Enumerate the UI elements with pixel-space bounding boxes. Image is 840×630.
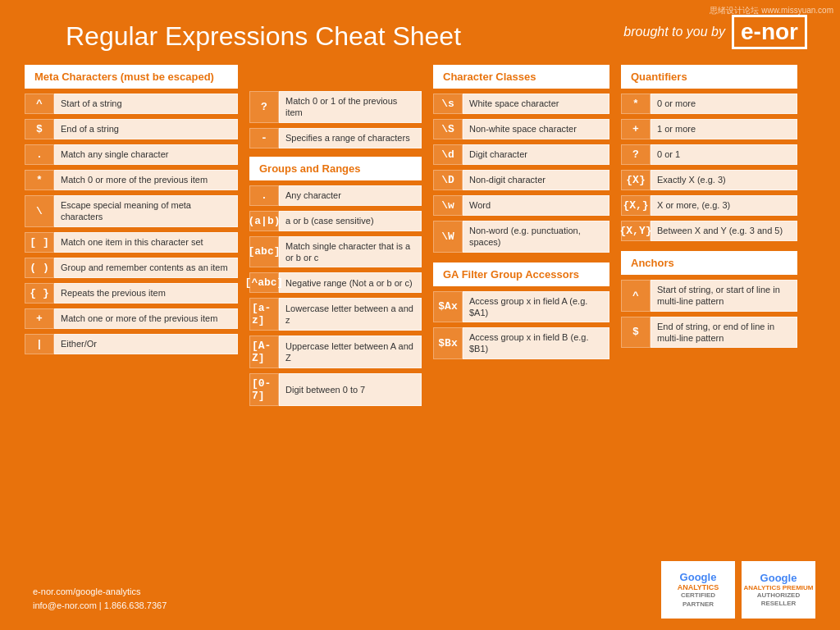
symbol: \W [433,221,463,253]
desc: Negative range (Not a or b or c) [279,272,422,293]
list-item: \W Non-word (e.g. punctuation, spaces) [433,221,609,253]
desc: Access group x in field A (e.g. $A1) [463,291,609,323]
anchors-header: Anchors [621,251,797,275]
desc: Access group x in field B (e.g. $B1) [463,327,609,359]
list-item: ^ Start of a string [25,94,238,114]
desc: a or b (case sensitive) [279,211,422,231]
list-item: \ Escape special meaning of meta charact… [25,195,238,227]
list-item: $ End of string, or end of line in multi… [621,317,797,349]
desc: Exactly X (e.g. 3) [651,170,797,190]
list-item: ? Match 0 or 1 of the previous item [249,91,422,123]
symbol: [^abc] [249,272,279,293]
list-item: * Match 0 or more of the previous item [25,170,238,190]
desc: Non-word (e.g. punctuation, spaces) [463,221,609,253]
groups-ranges-header: Groups and Ranges [249,157,422,180]
list-item: $ End of a string [25,119,238,139]
symbol: [ ] [25,232,54,253]
desc: Start of a string [54,94,238,114]
list-item: {X,} X or more, (e.g. 3) [621,195,797,216]
symbol: [A-Z] [249,336,279,368]
symbol: (a|b) [249,211,279,231]
list-item: [^abc] Negative range (Not a or b or c) [249,272,422,293]
list-item: (a|b) a or b (case sensitive) [249,211,422,231]
desc: Digit between 0 to 7 [279,373,422,406]
desc: Match single character that is a or b or… [279,236,422,268]
symbol: $Ax [433,291,463,323]
desc: Start of string, or start of line in mul… [651,280,797,312]
symbol: { } [25,283,54,304]
desc: Any character [279,185,422,206]
symbol: ? [249,91,279,123]
authorized-reseller-text: AUTHORIZEDRESELLER [757,591,800,609]
footer-line2: info@e-nor.com | 1.866.638.7367 [33,599,167,614]
list-item: . Match any single character [25,144,238,165]
list-item: $Bx Access group x in field B (e.g. $B1) [433,327,609,359]
list-item: | Either/Or [25,334,238,354]
desc: 0 or more [651,94,797,114]
symbol: ^ [25,94,54,114]
analytics-text: ANALYTICS [678,583,719,591]
analytics-premium-text: ANALYTICS PREMIUM [743,584,813,591]
meta-characters-header: Meta Characters (must be escaped) [25,65,238,89]
desc: Match 0 or more of the previous item [54,170,238,190]
desc: Digit character [463,144,609,165]
symbol: $ [25,119,54,139]
symbol: [a-z] [249,298,279,331]
list-item: + Match one or more of the previous item [25,308,238,329]
symbol: \S [433,119,463,139]
google-analytics-premium-logo: Google ANALYTICS PREMIUM AUTHORIZEDRESEL… [742,561,815,619]
desc: Specifies a range of characters [279,128,422,148]
symbol: ^ [621,280,651,312]
footer-line1: e-nor.com/google-analytics [33,585,167,600]
symbol: | [25,334,54,354]
ga-filter-header: GA Filter Group Accessors [433,262,609,286]
list-item: [ ] Match one item in this character set [25,232,238,253]
list-item: \w Word [433,195,609,216]
desc: White space character [463,94,609,114]
list-item: ^ Start of string, or start of line in m… [621,280,797,312]
character-classes-header: Character Classes [433,65,609,89]
desc: X or more, (e.g. 3) [651,195,797,216]
subtitle-text: brought to you by [623,25,725,39]
groups-ranges-section: ? Match 0 or 1 of the previous item - Sp… [249,65,422,406]
list-item: . Any character [249,185,422,206]
google-analytics-logo: Google ANALYTICS CERTIFIEDPARTNER [661,561,735,619]
symbol: . [25,144,54,165]
main-title: Regular Expressions Cheat Sheet [33,7,494,57]
desc: Match one item in this character set [54,232,238,253]
symbol: $Bx [433,327,463,359]
symbol: * [25,170,54,190]
desc: Either/Or [54,334,238,354]
list-item: [A-Z] Uppercase letter between A and Z [249,336,422,368]
list-item: * 0 or more [621,94,797,114]
desc: Group and remember contents as an item [54,258,238,278]
symbol: ( ) [25,258,54,278]
desc: Repeats the previous item [54,283,238,304]
list-item: ? 0 or 1 [621,144,797,165]
symbol: \d [433,144,463,165]
footer: e-nor.com/google-analytics info@e-nor.co… [33,585,167,614]
symbol: \w [433,195,463,216]
symbol: \ [25,195,54,227]
watermark: 思绪设计论坛 www.missyuan.com [710,5,833,16]
list-item: [abc] Match single character that is a o… [249,236,422,268]
character-classes-section: Character Classes \s White space charact… [433,65,609,406]
list-item: + 1 or more [621,119,797,139]
desc: Uppercase letter between A and Z [279,336,422,368]
desc: 1 or more [651,119,797,139]
desc: Non-digit character [463,170,609,190]
symbol: $ [621,317,651,349]
symbol: {X,} [621,195,651,216]
symbol: [abc] [249,236,279,268]
symbol: - [249,128,279,148]
desc: Match any single character [54,144,238,165]
list-item: \d Digit character [433,144,609,165]
list-item: ( ) Group and remember contents as an it… [25,258,238,278]
list-item: { } Repeats the previous item [25,283,238,304]
symbol: + [621,119,651,139]
desc: Escape special meaning of meta character… [54,195,238,227]
desc: Non-white space character [463,119,609,139]
desc: 0 or 1 [651,144,797,165]
desc: Between X and Y (e.g. 3 and 5) [651,221,797,241]
symbol: {X} [621,170,651,190]
